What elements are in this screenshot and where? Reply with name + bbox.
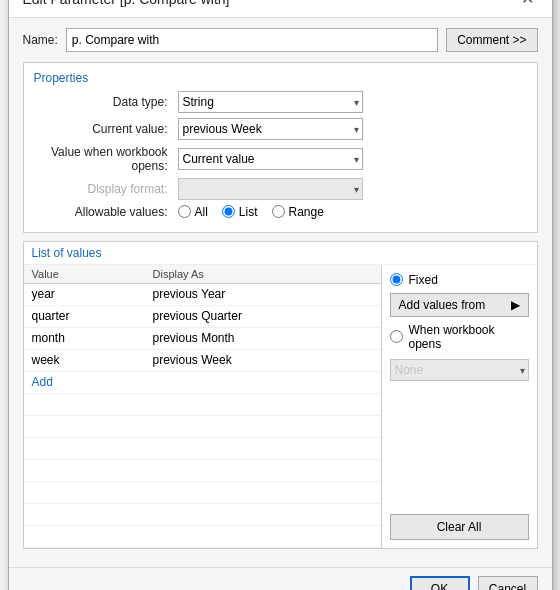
radio-all-label: All [195,205,208,219]
workbook-opens-label: Value when workbook opens: [34,145,174,173]
title-bar: Edit Parameter [p. Compare with] ✕ [9,0,552,18]
row-display: previous Week [145,349,381,371]
table-row-empty-6 [24,503,381,525]
list-section-header: List of values [24,242,537,265]
row-value: year [24,283,145,305]
properties-section: Properties Data type: String ▾ Current v… [23,62,538,233]
row-display: previous Month [145,327,381,349]
display-format-label: Display format: [34,182,174,196]
dialog-footer: OK Cancel [9,567,552,591]
table-row-empty-5 [24,481,381,503]
table-row[interactable]: yearprevious Year [24,283,381,305]
radio-all-option[interactable]: All [178,205,208,219]
current-value-row: Current value: previous Week ▾ [34,118,527,140]
table-row-empty-3 [24,437,381,459]
when-workbook-row: When workbook opens [390,323,529,351]
table-row[interactable]: monthprevious Month [24,327,381,349]
list-of-values-section: List of values Value Display As yearprev… [23,241,538,549]
radio-range[interactable] [272,205,285,218]
data-type-label: Data type: [34,95,174,109]
dialog-body: Name: Comment >> Properties Data type: S… [9,18,552,567]
edit-parameter-dialog: Edit Parameter [p. Compare with] ✕ Name:… [8,0,553,590]
row-display: previous Quarter [145,305,381,327]
radio-list-option[interactable]: List [222,205,258,219]
none-select: None [390,359,529,381]
cancel-button[interactable]: Cancel [478,576,538,591]
table-row[interactable]: weekprevious Week [24,349,381,371]
radio-list-label: List [239,205,258,219]
comment-button[interactable]: Comment >> [446,28,537,52]
radio-list[interactable] [222,205,235,218]
table-row-empty-7 [24,525,381,547]
row-value: week [24,349,145,371]
table-row[interactable]: quarterprevious Quarter [24,305,381,327]
current-value-select[interactable]: previous Week [178,118,363,140]
radio-range-option[interactable]: Range [272,205,324,219]
current-value-select-wrapper: previous Week ▾ [178,118,363,140]
table-row-empty-4 [24,459,381,481]
add-label: Add [24,371,381,393]
list-content: Value Display As yearprevious Yearquarte… [24,265,537,548]
table-row-empty-2 [24,415,381,437]
workbook-opens-select[interactable]: Current value [178,148,363,170]
list-table-area: Value Display As yearprevious Yearquarte… [24,265,382,548]
row-display: previous Year [145,283,381,305]
fixed-label: Fixed [409,273,438,287]
fixed-row: Fixed [390,273,529,287]
ok-button[interactable]: OK [410,576,470,591]
name-label: Name: [23,33,58,47]
table-row-empty-1 [24,393,381,415]
workbook-opens-select-wrapper: Current value ▾ [178,148,363,170]
display-format-select-wrapper: ▾ [178,178,363,200]
col-value-header: Value [24,265,145,284]
allowable-values-row: Allowable values: All List Range [34,205,527,219]
radio-range-label: Range [289,205,324,219]
workbook-opens-row: Value when workbook opens: Current value… [34,145,527,173]
current-value-label: Current value: [34,122,174,136]
clear-all-button[interactable]: Clear All [390,514,529,540]
fixed-radio[interactable] [390,273,403,286]
data-type-row: Data type: String ▾ [34,91,527,113]
col-display-header: Display As [145,265,381,284]
add-values-label: Add values from [399,298,486,312]
data-type-select[interactable]: String [178,91,363,113]
when-workbook-label: When workbook opens [409,323,529,351]
add-values-arrow-icon: ▶ [511,298,520,312]
when-workbook-radio[interactable] [390,330,403,343]
none-select-wrapper: None ▾ [390,359,529,381]
name-row: Name: Comment >> [23,28,538,52]
allowable-values-label: Allowable values: [34,205,174,219]
table-row-add[interactable]: Add [24,371,381,393]
display-format-select [178,178,363,200]
row-value: quarter [24,305,145,327]
list-controls: Fixed Add values from ▶ When workbook op… [382,265,537,548]
display-format-row: Display format: ▾ [34,178,527,200]
add-values-button[interactable]: Add values from ▶ [390,293,529,317]
radio-group: All List Range [178,205,324,219]
dialog-title: Edit Parameter [p. Compare with] [23,0,230,7]
list-table: Value Display As yearprevious Yearquarte… [24,265,381,548]
row-value: month [24,327,145,349]
radio-all[interactable] [178,205,191,218]
close-button[interactable]: ✕ [518,0,538,9]
properties-label: Properties [34,71,527,85]
name-input[interactable] [66,28,438,52]
data-type-select-wrapper: String ▾ [178,91,363,113]
